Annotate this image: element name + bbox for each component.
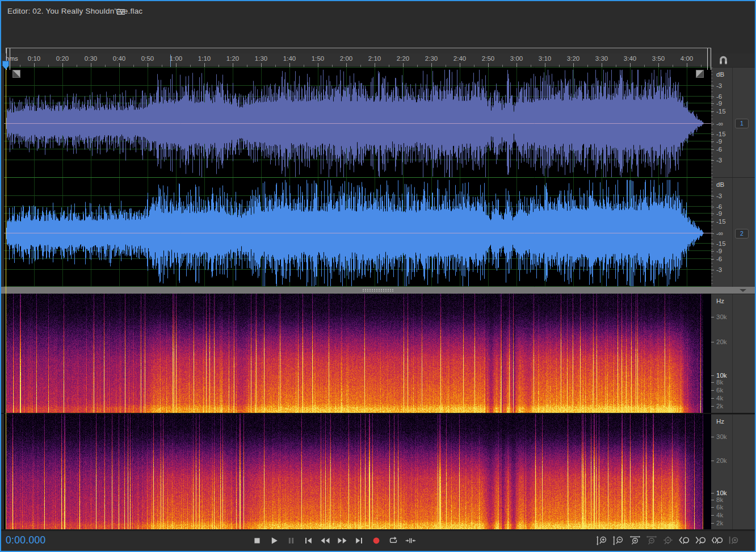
channel-badge[interactable]: 1 <box>735 119 749 128</box>
scale-tick-label: -∞ <box>716 120 723 127</box>
scale-tick-label: 20k <box>716 457 727 464</box>
play-button[interactable] <box>268 534 280 547</box>
fast-forward-button[interactable] <box>336 534 348 547</box>
fade-out-handle[interactable] <box>696 70 704 78</box>
magnet-icon[interactable] <box>717 55 729 68</box>
scale-block[interactable]: dB-3-6-9-15-∞-15-9-6-31 <box>711 67 755 177</box>
scale-tick <box>711 111 714 112</box>
waveform-display[interactable] <box>4 67 711 287</box>
ruler-major-tick <box>602 63 602 67</box>
waveform-spectrogram-splitter[interactable] <box>1 287 755 294</box>
ruler-major-tick <box>346 63 347 67</box>
zoom-to-selection-button[interactable] <box>711 534 724 547</box>
ruler-marker-line <box>170 55 171 67</box>
scale-tick-label: -15 <box>716 131 726 137</box>
zoom-in-at-out-point-button[interactable] <box>695 534 707 547</box>
overview-strip <box>1 22 755 53</box>
ruler-time-label: 3:20 <box>567 55 579 62</box>
scale-tick <box>711 523 714 524</box>
scale-tick <box>711 214 714 214</box>
fade-in-handle[interactable] <box>12 70 20 78</box>
ruler-time-label: 2:00 <box>340 55 352 62</box>
scale-tick-label: -3 <box>716 266 722 273</box>
hamburger-menu-icon[interactable] <box>117 9 125 17</box>
splitter-grip[interactable] <box>362 288 394 292</box>
splitter-collapse-arrow-icon[interactable] <box>740 289 746 292</box>
scale-tick <box>711 515 714 516</box>
rewind-button[interactable] <box>319 534 331 547</box>
ruler-major-tick <box>148 63 148 67</box>
ruler-time-label: 1:00 <box>170 55 182 62</box>
ruler-major-tick <box>460 63 460 67</box>
skip-selection-button[interactable] <box>404 534 417 547</box>
ruler-major-tick <box>488 63 489 67</box>
ruler-time-label: 3:30 <box>595 55 608 62</box>
scale-tick <box>711 86 714 86</box>
scale-tick-label: 10k <box>716 490 727 496</box>
scale-tick-label: -9 <box>716 210 722 217</box>
time-display[interactable]: 0:00.000 <box>6 534 46 546</box>
ruler-major-tick <box>261 63 262 67</box>
scale-tick <box>711 251 714 252</box>
scale-tick-label: -6 <box>716 203 722 210</box>
spectrogram-display-channel-1[interactable] <box>4 294 711 413</box>
zoom-reset-button[interactable] <box>728 534 740 547</box>
spectrogram-display-channel-2[interactable] <box>4 414 711 529</box>
scale-tick-label: 6k <box>716 387 723 394</box>
scale-block[interactable]: dB-3-6-9-15-∞-15-9-6-32 <box>711 177 755 287</box>
range-handle-right[interactable] <box>707 48 711 70</box>
zoom-out-time-button[interactable] <box>645 534 658 547</box>
scale-tick-label: 20k <box>716 338 727 345</box>
editor-panel: Editor: 02. You Really Shouldn't've.flac… <box>0 0 756 552</box>
move-cti-next-button[interactable] <box>353 534 366 547</box>
scale-tick-label: -9 <box>716 138 722 145</box>
scale-tick <box>711 500 714 500</box>
zoom-out-amplitude-button[interactable] <box>612 534 625 547</box>
loop-playback-button[interactable] <box>387 534 400 547</box>
panel-title-bar: Editor: 02. You Really Shouldn't've.flac <box>1 1 755 22</box>
ruler-major-tick <box>573 63 574 67</box>
scale-tick <box>711 507 714 508</box>
scale-tick-label: 8k <box>716 496 723 503</box>
zoom-in-time-button[interactable] <box>629 534 641 547</box>
scale-tick <box>711 390 714 391</box>
status-bar: 0:00.000 <box>1 531 755 551</box>
scale-unit-label: dB <box>716 181 724 188</box>
scale-unit-label: dB <box>716 71 724 78</box>
scale-block[interactable]: Hz30k20k10k8k6k4k2k <box>711 414 755 529</box>
scale-tick-label: -6 <box>716 93 722 100</box>
scale-unit-label: Hz <box>716 418 724 425</box>
timeline-ruler[interactable]: hms 0:100:200:300:400:501:001:101:201:30… <box>1 53 711 67</box>
scale-tick-label: 30k <box>716 313 727 320</box>
scale-tick <box>711 375 714 376</box>
scale-tick <box>711 437 714 437</box>
zoom-out-full-button[interactable] <box>662 534 674 547</box>
ruler-time-label: 0:20 <box>56 55 69 62</box>
ruler-right-gutter <box>711 53 755 67</box>
ruler-time-label: 3:10 <box>539 55 551 62</box>
channel-badge[interactable]: 2 <box>735 229 749 239</box>
ruler-major-tick <box>431 63 432 67</box>
ruler-time-label: 0:50 <box>141 55 154 62</box>
scale-tick-label: 30k <box>716 433 727 440</box>
move-cti-previous-button[interactable] <box>302 534 314 547</box>
spectrogram-channel-divider <box>1 413 755 414</box>
ruler-major-tick <box>204 63 205 67</box>
scale-block[interactable]: Hz30k20k10k8k6k4k2k <box>711 294 755 413</box>
ruler-time-label: 1:20 <box>226 55 239 62</box>
zoom-in-amplitude-button[interactable] <box>596 534 608 547</box>
zoom-in-at-in-point-button[interactable] <box>678 534 691 547</box>
record-button[interactable] <box>370 534 383 547</box>
ruler-major-tick <box>176 63 177 67</box>
scale-tick <box>711 493 714 494</box>
ruler-time-label: 3:00 <box>510 55 523 62</box>
scale-tick-label: -9 <box>716 248 722 254</box>
ruler-time-label: 2:50 <box>482 55 494 62</box>
ruler-time-label: 0:30 <box>85 55 97 62</box>
scale-tick <box>711 221 714 222</box>
scale-tick <box>711 124 714 124</box>
scale-tick <box>711 317 714 317</box>
scale-tick-label: -3 <box>716 157 722 164</box>
stop-button[interactable] <box>251 534 263 547</box>
pause-button[interactable] <box>285 534 297 547</box>
